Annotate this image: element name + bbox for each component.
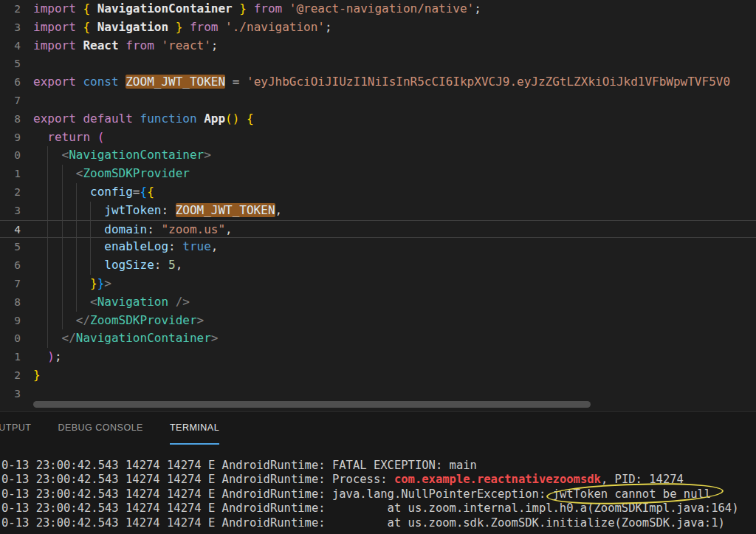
code-line[interactable]: 21 );	[0, 348, 756, 366]
line-number: 13	[14, 202, 21, 220]
line-number: 15	[14, 238, 21, 256]
tab-terminal[interactable]: TERMINAL	[170, 412, 219, 445]
terminal-text: 0-13 23:00:42.543 14274 14274 E AndroidR…	[1, 487, 553, 501]
terminal-text: 0-13 23:00:42.543 14274 14274 E AndroidR…	[1, 516, 725, 530]
code-text: logSize: 5,	[0, 256, 182, 275]
terminal-line: 0-13 23:00:42.543 14274 14274 E AndroidR…	[1, 487, 756, 502]
indent-guide	[47, 202, 48, 220]
code-text: enableLog: true,	[0, 238, 218, 256]
indent-guide	[90, 221, 91, 238]
code-line[interactable]: 23	[0, 385, 756, 403]
line-number: 14	[14, 221, 21, 239]
terminal-text: 0-13 23:00:42.543 14274 14274 E AndroidR…	[1, 502, 739, 515]
code-text: domain: "zoom.us",	[0, 221, 233, 239]
indent-guide	[62, 165, 63, 183]
indent-guide	[47, 183, 48, 202]
line-number: 2	[14, 0, 21, 18]
indent-guide	[90, 238, 91, 256]
code-line[interactable]: 17 }}>	[0, 275, 756, 293]
horizontal-scrollbar[interactable]	[0, 401, 756, 408]
indent-guide	[62, 183, 63, 202]
indent-guide	[62, 238, 63, 256]
code-text: <ZoomSDKProvider	[0, 165, 190, 183]
line-number: 4	[14, 37, 21, 55]
tab-output[interactable]: OUTPUT	[0, 412, 31, 445]
line-number: 11	[14, 165, 21, 183]
bottom-panel: OUTPUTDEBUG CONSOLETERMINAL 0-13 23:00:4…	[0, 411, 756, 534]
indent-guide	[47, 329, 48, 348]
indent-guide	[90, 202, 91, 220]
line-number: 19	[14, 312, 21, 330]
code-line[interactable]: 8export default function App() {	[0, 110, 756, 129]
code-line[interactable]: 11 <ZoomSDKProvider	[0, 165, 756, 183]
code-line[interactable]: 7	[0, 92, 756, 110]
indent-guide	[47, 221, 48, 238]
terminal-line: 0-13 23:00:42.543 14274 14274 E AndroidR…	[1, 516, 756, 530]
indent-guide	[62, 202, 63, 220]
line-number: 16	[14, 256, 21, 275]
code-text: </NavigationContainer>	[0, 329, 218, 348]
terminal-content[interactable]: 0-13 23:00:42.543 14274 14274 E AndroidR…	[0, 445, 756, 530]
indent-guide	[62, 256, 63, 275]
line-number: 21	[14, 348, 21, 366]
code-line[interactable]: 15 enableLog: true,	[0, 238, 756, 256]
indent-guide	[76, 238, 77, 256]
indent-guide	[62, 293, 63, 312]
indent-guide	[47, 165, 48, 183]
terminal-line: 0-13 23:00:42.543 14274 14274 E AndroidR…	[1, 473, 756, 487]
indent-guide	[90, 256, 91, 275]
scrollbar-thumb[interactable]	[33, 401, 591, 408]
indent-guide	[62, 221, 63, 238]
line-number: 22	[14, 366, 21, 385]
line-number: 3	[14, 18, 21, 37]
code-line[interactable]: 14 domain: "zoom.us",	[0, 220, 756, 239]
panel-tabs: OUTPUTDEBUG CONSOLETERMINAL	[0, 412, 756, 445]
indent-guide	[76, 275, 77, 293]
indent-guide	[47, 146, 48, 165]
indent-guide	[47, 275, 48, 293]
code-line[interactable]: 13 jwtToken: ZOOM_JWT_TOKEN,	[0, 202, 756, 220]
indent-guide	[47, 312, 48, 330]
indent-guide	[76, 256, 77, 275]
indent-guide	[62, 275, 63, 293]
line-number: 5	[14, 55, 21, 73]
terminal-text: 0-13 23:00:42.543 14274 14274 E AndroidR…	[1, 459, 477, 472]
indent-guide	[76, 183, 77, 202]
code-line[interactable]: 9 return (	[0, 129, 756, 147]
line-number: 9	[14, 129, 21, 147]
code-text: import { Navigation } from './navigation…	[0, 18, 332, 37]
code-line[interactable]: 22}	[0, 366, 756, 385]
line-number: 10	[14, 146, 21, 165]
editor-lines: 2import { NavigationContainer } from '@r…	[0, 0, 756, 403]
code-line[interactable]: 19 </ZoomSDKProvider>	[0, 312, 756, 330]
code-text: <Navigation />	[0, 293, 190, 312]
line-number: 23	[14, 385, 21, 403]
code-line[interactable]: 18 <Navigation />	[0, 293, 756, 312]
code-line[interactable]: 20 </NavigationContainer>	[0, 329, 756, 348]
code-line[interactable]: 3import { Navigation } from './navigatio…	[0, 18, 756, 37]
terminal-text: , PID: 14274	[601, 473, 684, 486]
tab-debug-console[interactable]: DEBUG CONSOLE	[58, 412, 143, 445]
code-line[interactable]: 4import React from 'react';	[0, 37, 756, 55]
code-text: </ZoomSDKProvider>	[0, 312, 204, 330]
code-text: config={{	[0, 183, 154, 202]
code-line[interactable]: 2import { NavigationContainer } from '@r…	[0, 0, 756, 18]
terminal-text: com.example.reactnativezoomsdk	[394, 473, 601, 486]
code-line[interactable]: 16 logSize: 5,	[0, 256, 756, 275]
code-text: export const ZOOM_JWT_TOKEN = 'eyJhbGciO…	[0, 73, 730, 92]
code-line[interactable]: 12 config={{	[0, 183, 756, 202]
terminal-text: 0-13 23:00:42.543 14274 14274 E AndroidR…	[1, 473, 394, 486]
line-number: 6	[14, 73, 21, 92]
code-text: );	[0, 348, 62, 366]
indent-guide	[47, 293, 48, 312]
indent-guide	[76, 202, 77, 220]
annotated-error-text: jwtToken cannot be null	[553, 487, 712, 501]
code-editor[interactable]: 2import { NavigationContainer } from '@r…	[0, 0, 756, 411]
indent-guide	[47, 238, 48, 256]
line-number: 7	[14, 92, 21, 110]
indent-guide	[62, 312, 63, 330]
code-line[interactable]: 10 <NavigationContainer>	[0, 146, 756, 165]
code-line[interactable]: 6export const ZOOM_JWT_TOKEN = 'eyJhbGci…	[0, 73, 756, 92]
code-line[interactable]: 5	[0, 55, 756, 73]
line-number: 18	[14, 293, 21, 312]
